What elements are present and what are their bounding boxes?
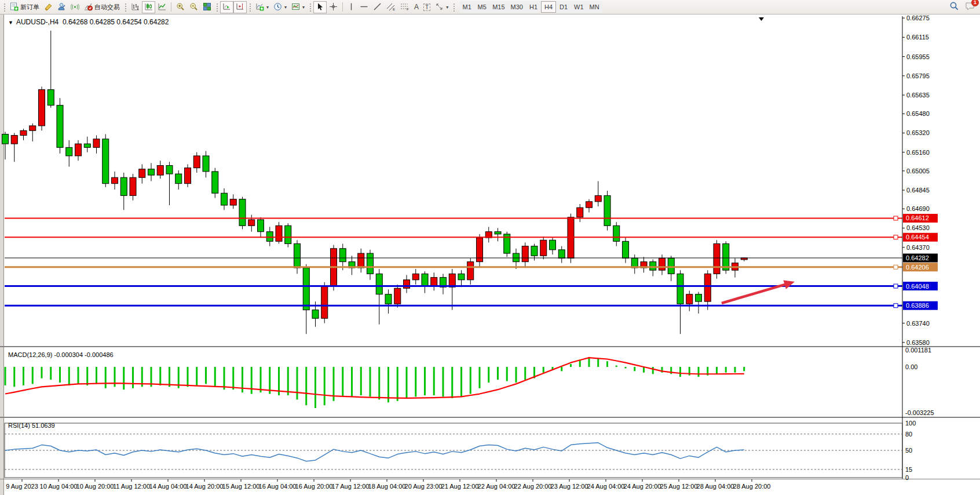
candle-body bbox=[139, 169, 145, 178]
toolbar: 新订单 自动交易 bbox=[0, 0, 980, 14]
toolbar-grip bbox=[309, 2, 312, 12]
auto-scroll-button[interactable] bbox=[220, 1, 233, 13]
svg-text:E: E bbox=[393, 8, 395, 11]
candle-body bbox=[714, 243, 720, 274]
chart-shift-marker[interactable] bbox=[759, 17, 764, 21]
timeframe-button-h4[interactable]: H4 bbox=[541, 1, 556, 13]
candle-body bbox=[540, 240, 547, 256]
candle-body bbox=[339, 249, 346, 262]
zoom-out-button[interactable] bbox=[187, 1, 200, 13]
macd-signal-line bbox=[5, 358, 744, 398]
bar-chart-button[interactable] bbox=[129, 1, 142, 13]
line-anchor-marker[interactable] bbox=[894, 235, 898, 239]
chart-window: ▼AUDUSD-,H4 0.64268 0.64285 0.64254 0.64… bbox=[0, 14, 980, 495]
timeframe-button-w1[interactable]: W1 bbox=[571, 1, 587, 13]
zoom-out-icon bbox=[189, 2, 198, 12]
symbol-dropdown-icon[interactable]: ▼ bbox=[8, 20, 13, 26]
chart-shift-button[interactable] bbox=[233, 1, 247, 13]
chart-shift-icon bbox=[236, 2, 244, 12]
timeframe-button-d1[interactable]: D1 bbox=[556, 1, 571, 13]
time-axis-label: 11 Aug 12:00 bbox=[113, 483, 150, 490]
candle-body bbox=[558, 250, 565, 259]
market-watch-button[interactable] bbox=[55, 1, 68, 13]
candle-body bbox=[659, 258, 665, 270]
timeframe-button-m5[interactable]: M5 bbox=[474, 1, 489, 13]
zoom-in-button[interactable] bbox=[174, 1, 187, 13]
timeframe-button-m15[interactable]: M15 bbox=[489, 1, 507, 13]
price-axis-label: 0.65480 bbox=[906, 110, 930, 117]
price-axis-label: 0.63580 bbox=[906, 339, 930, 346]
candle-body bbox=[120, 177, 127, 195]
time-axis-label: 14 Aug 20:00 bbox=[186, 483, 224, 490]
periods-button[interactable]: ▾ bbox=[271, 1, 289, 13]
price-axis-label: 0.65005 bbox=[906, 168, 930, 174]
timeframe-button-m1[interactable]: M1 bbox=[459, 1, 474, 13]
search-icon[interactable] bbox=[949, 1, 959, 12]
candle-chart-button[interactable] bbox=[142, 1, 155, 13]
time-axis-label: 17 Aug 12:00 bbox=[332, 483, 370, 490]
notifications-icon[interactable]: 1 bbox=[965, 2, 975, 12]
candle-body bbox=[39, 90, 45, 126]
signals-button[interactable] bbox=[68, 1, 82, 13]
line-anchor-marker[interactable] bbox=[894, 216, 898, 220]
toolbar-grip bbox=[215, 2, 218, 12]
line-chart-button[interactable] bbox=[155, 1, 169, 13]
price-tag-label: 0.63886 bbox=[906, 302, 929, 309]
time-axis-label: 28 Aug 20:00 bbox=[733, 483, 771, 490]
arrows-tool-icon bbox=[435, 2, 444, 12]
candle-body bbox=[312, 310, 319, 319]
tile-windows-button[interactable] bbox=[200, 1, 214, 13]
line-anchor-marker[interactable] bbox=[894, 265, 898, 269]
timeframe-button-mn[interactable]: MN bbox=[587, 1, 602, 13]
label-tool-button[interactable]: T bbox=[421, 1, 433, 13]
candle-body bbox=[467, 262, 474, 280]
vline-tool-button[interactable] bbox=[345, 1, 357, 13]
candle-body bbox=[84, 144, 90, 147]
time-axis-label: 15 Aug 12:00 bbox=[222, 483, 260, 490]
fibonacci-tool-button[interactable]: F bbox=[398, 1, 412, 13]
crosshair-button[interactable] bbox=[327, 1, 340, 13]
trend-arrow-head[interactable] bbox=[783, 280, 795, 289]
time-axis-label: 24 Aug 04:00 bbox=[587, 483, 625, 490]
candle-body bbox=[148, 169, 155, 175]
line-anchor-marker[interactable] bbox=[894, 304, 898, 308]
time-axis-label: 23 Aug 12:00 bbox=[551, 483, 588, 490]
timeframe-button-h1[interactable]: H1 bbox=[526, 1, 541, 13]
label-tool-icon: T bbox=[423, 3, 430, 11]
candle-body bbox=[623, 241, 629, 258]
templates-button[interactable]: ▾ bbox=[289, 1, 307, 13]
macd-axis-label: 0.001181 bbox=[905, 347, 931, 354]
candle-body bbox=[686, 294, 693, 304]
price-axis-label: 0.64530 bbox=[906, 224, 930, 231]
timeframe-button-m30[interactable]: M30 bbox=[508, 1, 526, 13]
time-axis-label: 20 Aug 23:00 bbox=[405, 483, 443, 490]
toolbar-grip bbox=[124, 2, 127, 12]
autotrading-button[interactable]: 自动交易 bbox=[82, 1, 122, 13]
chart-canvas[interactable]: 0.646120.644540.642820.642060.640480.638… bbox=[0, 14, 980, 495]
styles-button[interactable] bbox=[42, 1, 55, 13]
candle-body bbox=[431, 278, 437, 286]
indicators-button[interactable]: ▾ bbox=[253, 1, 271, 13]
hline-tool-button[interactable] bbox=[357, 1, 371, 13]
candle-body bbox=[613, 225, 620, 241]
notification-badge: 1 bbox=[971, 0, 979, 6]
trendline-tool-button[interactable] bbox=[371, 1, 384, 13]
autotrading-label: 自动交易 bbox=[94, 3, 120, 12]
cursor-button[interactable] bbox=[313, 1, 327, 13]
price-axis-label: 0.66275 bbox=[906, 14, 930, 21]
line-anchor-marker[interactable] bbox=[894, 284, 898, 288]
toolbar-grip bbox=[248, 2, 251, 12]
chart-title-quotes: 0.64268 0.64285 0.64254 0.64282 bbox=[63, 18, 169, 26]
channel-tool-button[interactable]: E bbox=[384, 1, 398, 13]
arrows-tool-button[interactable]: ▾ bbox=[433, 1, 451, 13]
candle-body bbox=[595, 195, 601, 201]
candle-body bbox=[285, 225, 291, 243]
toolbar-grip bbox=[3, 2, 6, 12]
new-order-button[interactable]: 新订单 bbox=[8, 1, 42, 13]
candle-body bbox=[157, 166, 163, 176]
text-tool-button[interactable]: A bbox=[412, 1, 421, 13]
candle-body bbox=[2, 134, 9, 144]
time-axis-label: 22 Aug 20:00 bbox=[514, 483, 552, 490]
candle-body bbox=[303, 268, 309, 310]
chart-title: ▼AUDUSD-,H4 0.64268 0.64285 0.64254 0.64… bbox=[8, 18, 169, 26]
